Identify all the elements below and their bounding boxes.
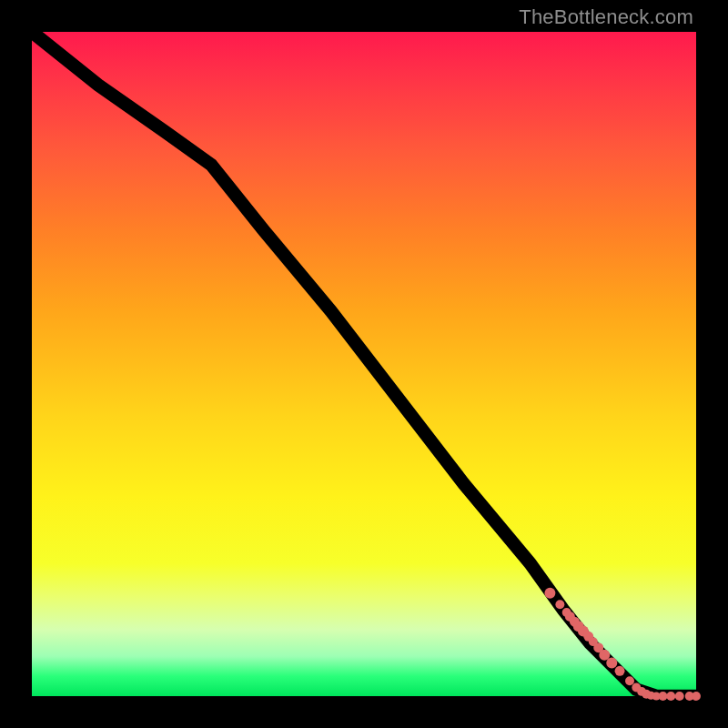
watermark-text: TheBottleneck.com (519, 5, 693, 29)
marker-dot (625, 676, 634, 685)
marker-dot (555, 600, 564, 609)
chart-overlay (32, 32, 696, 696)
curve-line (32, 32, 696, 696)
marker-dot (615, 666, 625, 676)
marker-dot (675, 692, 684, 701)
marker-dot (544, 588, 555, 599)
marker-dot (692, 692, 701, 701)
marker-dot (659, 692, 668, 701)
marker-dot (606, 658, 617, 669)
marker-dot (666, 692, 675, 701)
